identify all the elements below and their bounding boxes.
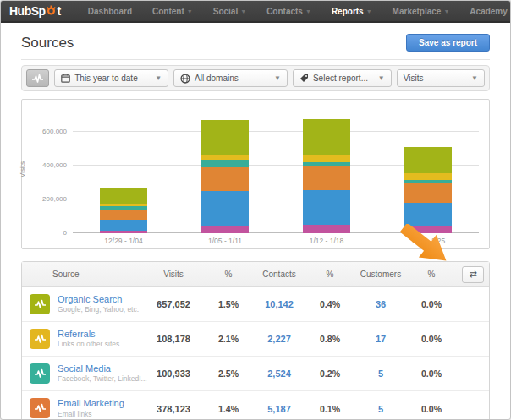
green-segment[interactable] <box>100 188 147 205</box>
source-description: Google, Bing, Yahoo, etc. <box>58 305 139 314</box>
nav-item-content[interactable]: Content▼ <box>152 7 193 16</box>
blue-segment[interactable] <box>100 220 147 231</box>
magenta-segment[interactable] <box>303 225 350 233</box>
table-row-social-media: Social Media Facebook, Twitter, LinkedI.… <box>22 357 489 391</box>
y-axis-tick: 200,000 <box>42 195 67 203</box>
source-link[interactable]: Organic Search <box>58 294 139 306</box>
sources-chart-panel: Visits 0200,000400,000600,000 12/29 - 1/… <box>21 99 490 249</box>
magenta-segment[interactable] <box>201 226 249 233</box>
contacts-link[interactable]: 5,187 <box>250 404 308 414</box>
contacts-pct-value: 0.2% <box>308 368 352 379</box>
logo-text-left: HubSp <box>9 4 46 18</box>
chevron-down-icon: ▼ <box>187 8 193 14</box>
metric-dropdown[interactable]: Visits ▼ <box>397 69 485 87</box>
y-axis-tick: 400,000 <box>42 161 67 169</box>
visits-value: 378,123 <box>140 404 206 414</box>
customers-link[interactable]: 36 <box>352 299 409 309</box>
contacts-link[interactable]: 10,142 <box>250 299 308 309</box>
hubspot-logo[interactable]: HubSp t <box>9 4 61 18</box>
orange-segment[interactable] <box>100 210 147 220</box>
blue-segment[interactable] <box>404 203 452 227</box>
nav-item-dashboard[interactable]: Dashboard <box>88 7 132 16</box>
stacked-bar-1-12---1-18[interactable] <box>303 119 350 233</box>
contacts-link[interactable]: 2,524 <box>250 368 308 379</box>
contacts-pct-value: 0.8% <box>308 334 352 344</box>
customers-pct-value: 0.0% <box>409 368 453 379</box>
sprocket-icon <box>46 5 57 16</box>
globe-icon <box>180 74 190 84</box>
nav-item-reports[interactable]: Reports▼ <box>332 7 372 16</box>
col-visits-pct[interactable]: % <box>206 270 250 279</box>
source-link[interactable]: Referrals <box>58 329 119 341</box>
green-segment[interactable] <box>303 119 350 155</box>
nav-item-social[interactable]: Social▼ <box>213 7 246 16</box>
customers-pct-value: 0.0% <box>409 299 453 309</box>
visits-pct-value: 1.4% <box>206 404 250 414</box>
x-axis-tick: 1/05 - 1/11 <box>174 237 276 245</box>
sources-table: Source Visits % Contacts % Customers % ⇄… <box>21 261 490 420</box>
orange-segment[interactable] <box>404 183 452 202</box>
title-divider <box>21 59 490 60</box>
date-range-dropdown[interactable]: This year to date ▼ <box>54 69 168 87</box>
customers-pct-value: 0.0% <box>409 404 453 414</box>
yellow-segment[interactable] <box>303 155 350 162</box>
report-dropdown[interactable]: Select report... ▼ <box>293 69 392 87</box>
stacked-bar-12-29---1-04[interactable] <box>100 188 147 233</box>
magenta-segment[interactable] <box>100 231 147 233</box>
table-row-organic-search: Organic Search Google, Bing, Yahoo, etc.… <box>22 287 489 322</box>
yellow-segment[interactable] <box>404 173 452 180</box>
col-source[interactable]: Source <box>22 270 140 279</box>
col-contacts-pct[interactable]: % <box>308 270 352 279</box>
source-icon <box>30 363 50 384</box>
green-segment[interactable] <box>201 120 249 155</box>
swap-arrows-icon: ⇄ <box>469 269 476 280</box>
source-link[interactable]: Social Media <box>58 363 147 375</box>
stacked-bar-1-19---1-25[interactable] <box>404 147 452 233</box>
x-axis-tick: 1/12 - 1/18 <box>276 237 377 245</box>
col-contacts[interactable]: Contacts <box>250 270 308 279</box>
table-row-email-marketing: Email Marketing Email links 378,123 1.4%… <box>22 391 489 420</box>
customers-link[interactable]: 17 <box>352 334 409 344</box>
nav-item-contacts[interactable]: Contacts▼ <box>266 7 311 16</box>
nav-menu: DashboardContent▼Social▼Contacts▼Reports… <box>88 7 511 16</box>
source-icon <box>30 398 50 418</box>
chevron-down-icon: ▼ <box>240 8 246 14</box>
source-link[interactable]: Email Marketing <box>58 398 124 410</box>
source-description: Links on other sites <box>58 340 119 349</box>
green-segment[interactable] <box>404 147 452 173</box>
orange-segment[interactable] <box>201 167 249 191</box>
chart-type-button[interactable] <box>26 69 49 87</box>
teal-segment[interactable] <box>201 160 249 167</box>
chevron-down-icon: ▼ <box>443 8 449 14</box>
y-axis-tick: 0 <box>63 229 67 237</box>
domain-dropdown[interactable]: All domains ▼ <box>173 69 288 87</box>
app-window: HubSp t DashboardContent▼Social▼Contacts… <box>0 0 511 420</box>
col-customers[interactable]: Customers <box>352 270 409 279</box>
report-value: Select report... <box>313 74 369 83</box>
stacked-bar-1-05---1-11[interactable] <box>201 120 249 233</box>
contacts-link[interactable]: 2,227 <box>250 334 308 344</box>
nav-item-academy[interactable]: Academy▼ <box>470 7 511 16</box>
chevron-down-icon: ▼ <box>305 8 311 14</box>
col-visits[interactable]: Visits <box>140 270 206 279</box>
contacts-pct-value: 0.1% <box>308 404 352 414</box>
blue-segment[interactable] <box>303 190 350 225</box>
visits-value: 100,933 <box>140 368 206 379</box>
customize-columns-button[interactable]: ⇄ <box>462 266 484 283</box>
blue-segment[interactable] <box>201 191 249 226</box>
magenta-segment[interactable] <box>404 226 452 233</box>
save-as-report-button[interactable]: Save as report <box>406 34 490 52</box>
customers-link[interactable]: 5 <box>352 404 409 414</box>
customers-link[interactable]: 5 <box>352 368 409 379</box>
chart-plot: 0200,000400,000600,000 <box>73 115 479 233</box>
visits-value: 108,178 <box>140 334 206 344</box>
source-icon <box>30 294 50 314</box>
source-icon <box>30 329 50 349</box>
visits-value: 657,052 <box>140 299 206 309</box>
nav-item-marketplace[interactable]: Marketplace▼ <box>393 7 450 16</box>
chevron-down-icon: ▼ <box>471 74 478 82</box>
orange-segment[interactable] <box>303 166 350 190</box>
col-customers-pct[interactable]: % <box>409 270 453 279</box>
contacts-pct-value: 0.4% <box>308 299 352 309</box>
metric-value: Visits <box>404 74 462 83</box>
